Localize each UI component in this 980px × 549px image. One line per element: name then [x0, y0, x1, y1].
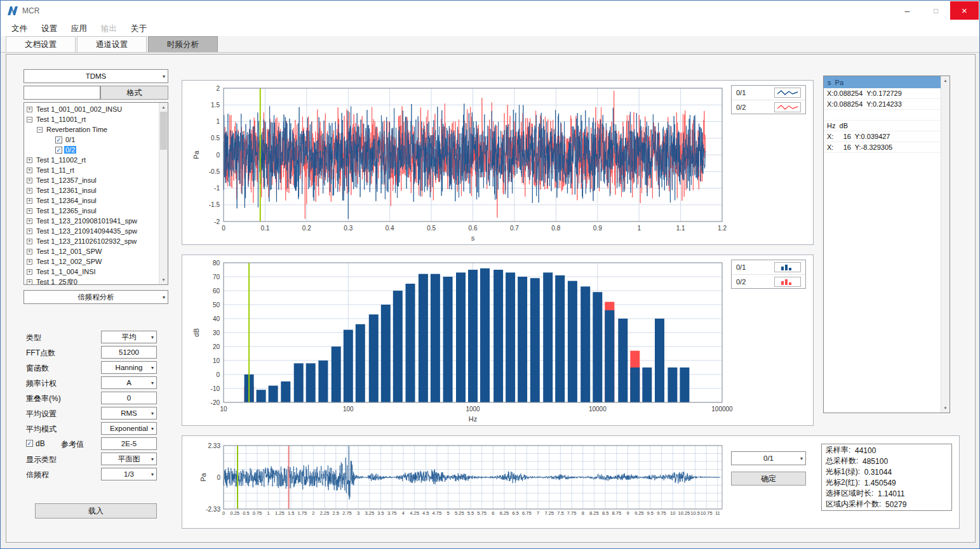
field-display-type[interactable]: 平面图▾ — [101, 453, 157, 465]
scroll-down-icon[interactable]: ▼ — [159, 275, 168, 284]
analysis-type-select[interactable]: 倍频程分析▾ — [23, 290, 168, 304]
svg-text:9: 9 — [626, 510, 629, 516]
tree-item[interactable]: +Test 1_123_211026102932_spw — [24, 236, 168, 246]
format-button[interactable]: 格式 — [100, 86, 168, 100]
tree-item[interactable]: +Test 1_12365_insul — [24, 206, 168, 216]
tree-item[interactable]: +Test 1_123_210908101941_spw — [24, 216, 168, 226]
expand-icon[interactable]: + — [27, 279, 32, 285]
db-checkbox[interactable]: ✓ — [26, 440, 33, 447]
confirm-button[interactable]: 确定 — [731, 472, 806, 486]
legend-item-0-1[interactable]: 0/1 — [732, 86, 805, 100]
expand-icon[interactable]: + — [27, 198, 32, 204]
svg-text:9.25: 9.25 — [634, 510, 644, 516]
tab-channel-settings[interactable]: 通道设置 — [77, 36, 147, 52]
svg-text:0: 0 — [216, 371, 220, 378]
expand-icon[interactable]: + — [27, 178, 32, 183]
collapse-icon[interactable]: − — [37, 127, 43, 133]
channel-checkbox[interactable]: ✓ — [55, 136, 62, 143]
field-value: 平均 — [122, 333, 137, 342]
chevron-down-icon: ▾ — [151, 426, 154, 432]
tree-scrollbar[interactable]: ▲ ▼ — [159, 103, 168, 284]
scroll-up-icon[interactable]: ▲ — [941, 76, 950, 85]
channel-checkbox[interactable]: ✓ — [55, 147, 62, 154]
tree-item[interactable]: ✓0/1 — [24, 135, 168, 145]
menu-item-apply[interactable]: 应用 — [64, 21, 94, 36]
octave-spectrum-chart[interactable]: 80706050403020100-10-2010100100010000100… — [182, 255, 814, 426]
expand-icon[interactable]: + — [27, 239, 32, 244]
tree-item[interactable]: +Test 1_12357_insul — [24, 175, 168, 185]
legend-item-0-1[interactable]: 0/1 — [732, 260, 805, 274]
tree-item[interactable]: +Test 1_11002_rt — [24, 155, 168, 165]
expand-icon[interactable]: + — [27, 269, 32, 275]
svg-text:-0.5: -0.5 — [209, 168, 220, 175]
load-button[interactable]: 载入 — [35, 503, 157, 519]
tree-item[interactable]: +Test 1_12_002_SPW — [24, 256, 168, 267]
tree-item[interactable]: −Test 1_11001_rt — [24, 114, 168, 124]
expand-icon[interactable]: + — [27, 168, 32, 173]
svg-text:0: 0 — [222, 510, 225, 516]
minimize-button[interactable]: – — [893, 1, 922, 20]
field-db-reference[interactable]: 2E-5 — [101, 437, 157, 450]
scroll-down-icon[interactable]: ▼ — [941, 404, 950, 413]
tree-item[interactable]: +Test 1_1_004_INSI — [24, 267, 168, 277]
form-label-average-setting: 平均设置 — [26, 409, 57, 420]
tree-item[interactable]: ✓0/2 — [24, 145, 168, 155]
info-row-total-samples: 总采样数: 485100 — [822, 456, 951, 466]
info-row-sample-rate: 采样率: 44100 — [822, 445, 951, 456]
expand-icon[interactable]: + — [27, 259, 32, 265]
legend-item-0-2[interactable]: 0/2 — [732, 274, 805, 288]
menu-item-file[interactable]: 文件 — [4, 21, 34, 36]
menu-item-about[interactable]: 关于 — [124, 21, 154, 36]
close-button[interactable]: × — [950, 1, 979, 20]
scroll-up-icon[interactable]: ▲ — [159, 103, 168, 112]
menu-item-settings[interactable]: 设置 — [34, 21, 64, 36]
readout-header: s Pa — [824, 76, 941, 88]
expand-icon[interactable]: + — [27, 107, 32, 112]
tab-document-settings[interactable]: 文档设置 — [6, 36, 76, 52]
field-fft-points[interactable]: 51200 — [101, 346, 157, 359]
svg-text:0: 0 — [216, 152, 220, 159]
expand-icon[interactable]: + — [27, 218, 32, 224]
filter-input[interactable] — [23, 86, 100, 100]
field-average-mode[interactable]: Exponential▾ — [101, 422, 157, 435]
legend-item-0-2[interactable]: 0/2 — [732, 100, 805, 114]
tree-item-label: Reverberation Time — [45, 126, 109, 133]
file-format-select[interactable]: TDMS▾ — [23, 69, 168, 83]
tree-item[interactable]: +Test 1_123_210914094435_spw — [24, 226, 168, 236]
field-octave-fraction[interactable]: 1/3▾ — [101, 468, 157, 480]
scrollbar-thumb[interactable] — [160, 112, 167, 150]
expand-icon[interactable]: + — [27, 157, 32, 163]
channel-select[interactable]: 0/1▾ — [731, 451, 806, 465]
tree-item[interactable]: +Test 1_12361_insul — [24, 185, 168, 195]
readout-scrollbar[interactable]: ▲ ▼ — [941, 76, 950, 413]
tree-item[interactable]: +Test 1_11_rt — [24, 165, 168, 175]
tree-item[interactable]: +Test 1_25度0 — [24, 277, 168, 285]
svg-text:Pa: Pa — [199, 472, 207, 481]
collapse-icon[interactable]: − — [27, 117, 32, 122]
expand-icon[interactable]: + — [27, 249, 32, 255]
expand-icon[interactable]: + — [27, 208, 32, 214]
field-overlap-percent[interactable]: 0 — [101, 392, 157, 404]
info-row-samples-in-region: 区域内采样个数: 50279 — [822, 499, 951, 510]
field-value: 51200 — [119, 348, 139, 356]
svg-text:1.2: 1.2 — [718, 225, 727, 232]
tree-item[interactable]: +Test 1_12_001_SPW — [24, 246, 168, 256]
svg-text:70: 70 — [213, 274, 220, 281]
time-waveform-chart[interactable]: 00.10.20.30.40.50.60.70.80.911.11.221.51… — [182, 80, 814, 245]
svg-text:1000: 1000 — [466, 406, 480, 413]
expand-icon[interactable]: + — [27, 228, 32, 234]
field-type[interactable]: 平均▾ — [101, 331, 157, 343]
field-frequency-weighting[interactable]: A▾ — [101, 376, 157, 389]
svg-text:1: 1 — [216, 118, 220, 125]
tree-item[interactable]: +Test 1_001_001_002_INSU — [24, 104, 168, 114]
expand-icon[interactable]: + — [27, 188, 32, 194]
maximize-button[interactable]: □ — [922, 1, 950, 20]
tree-item[interactable]: +Test 1_12364_insul — [24, 195, 168, 206]
info-row-selection-duration: 选择区域时长: 1.14011 — [822, 488, 951, 499]
svg-text:100: 100 — [343, 406, 354, 413]
tab-time-frequency-analysis[interactable]: 时频分析 — [148, 36, 218, 52]
svg-text:0.5: 0.5 — [427, 225, 436, 232]
tree-item[interactable]: −Reverberation Time — [24, 124, 168, 135]
field-average-setting[interactable]: RMS▾ — [101, 407, 157, 420]
field-window-function[interactable]: Hanning▾ — [101, 361, 157, 374]
